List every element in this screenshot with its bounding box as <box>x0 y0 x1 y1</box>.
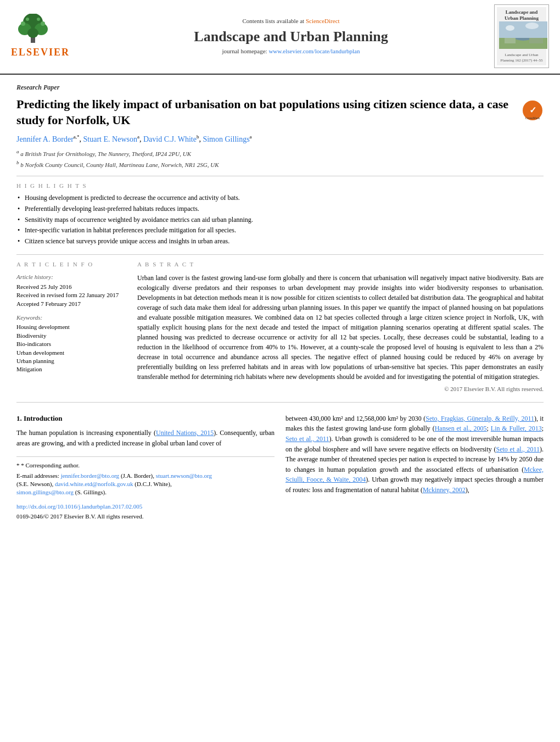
received-date: Received 25 July 2016 <box>16 283 126 291</box>
svg-point-16 <box>525 23 539 29</box>
intro-heading: 1. Introduction <box>16 414 275 423</box>
cite-mckinney[interactable]: Mckinney, 2002 <box>423 486 466 494</box>
journal-header: ELSEVIER Contents lists available at Sci… <box>0 0 560 75</box>
journal-homepage: journal homepage: www.elsevier.com/locat… <box>88 47 494 55</box>
svg-point-4 <box>27 28 38 38</box>
keyword-3: Bio-indicators <box>16 340 126 348</box>
affiliations: a a British Trust for Ornithology, The N… <box>16 148 544 169</box>
homepage-label: journal homepage: <box>222 48 267 54</box>
article-info-abstract-row: A R T I C L E I N F O Article history: R… <box>16 260 544 394</box>
email-white[interactable]: david.white.etd@norfolk.gov.uk <box>55 481 133 487</box>
authors-line: Jennifer A. Bordera,*, Stuart E. Newsona… <box>16 133 544 144</box>
abstract-label: A B S T R A C T <box>137 260 544 269</box>
svg-point-8 <box>37 18 40 21</box>
paper-title-row: Predicting the likely impact of urbanisa… <box>16 97 544 128</box>
journal-title: Landscape and Urban Planning <box>88 28 494 45</box>
main-content: Research Paper Predicting the likely imp… <box>0 75 560 533</box>
svg-text:✓: ✓ <box>529 105 536 115</box>
contents-text: Contents lists available at <box>242 18 304 24</box>
email-border[interactable]: jennifer.border@bto.org <box>61 472 119 479</box>
divider-1 <box>16 176 544 176</box>
cite-lin[interactable]: Lin & Fuller, 2013 <box>491 425 542 432</box>
accepted-date: Accepted 7 February 2017 <box>16 300 126 308</box>
email-newson[interactable]: stuart.newson@bto.org <box>156 472 212 479</box>
logo-box-inner: Landscape andUrban Planning Landscape an… <box>497 7 546 65</box>
keyword-1: Housing development <box>16 323 126 331</box>
doi-line: http://dx.doi.org/10.1016/j.landurbplan.… <box>16 503 275 511</box>
body-right-col: between 430,000 km² and 12,568,000 km² b… <box>285 414 544 523</box>
cite-united-nations[interactable]: United Nations, 2015 <box>156 429 214 437</box>
elsevier-brand-text: ELSEVIER <box>11 46 70 59</box>
email-gillings[interactable]: simon.gillings@bto.org <box>16 489 74 495</box>
affil-b: b b Norfolk County Council, County Hall,… <box>16 159 544 169</box>
divider-2 <box>16 254 544 255</box>
svg-text:CrossMark: CrossMark <box>525 116 540 120</box>
sciencedirect-link[interactable]: ScienceDirect <box>306 18 340 24</box>
email-label: E-mail addresses: <box>16 472 59 479</box>
highlights-label: H I G H L I G H T S <box>16 182 544 190</box>
article-info-col: A R T I C L E I N F O Article history: R… <box>16 260 126 394</box>
highlights-section: H I G H L I G H T S Housing development … <box>16 182 544 246</box>
email-note: E-mail addresses: jennifer.border@bto.or… <box>16 472 275 497</box>
abstract-col: A B S T R A C T Urban land cover is the … <box>137 260 544 394</box>
keywords-list: Housing development Biodiversity Bio-ind… <box>16 323 126 373</box>
article-info-label: A R T I C L E I N F O <box>16 260 126 269</box>
logo-box-subtitle: Landscape and Urban Planning 162 (2017) … <box>499 53 544 64</box>
highlight-item-4: Inter-specific variation in habitat pref… <box>16 226 544 235</box>
svg-rect-14 <box>499 21 547 38</box>
logo-box-image-icon <box>499 21 547 49</box>
author-border[interactable]: Jennifer A. Border <box>16 135 74 143</box>
contents-line: Contents lists available at ScienceDirec… <box>88 17 494 25</box>
keyword-2: Biodiversity <box>16 332 126 340</box>
elsevier-tree-icon <box>11 14 55 44</box>
cite-hansen[interactable]: Hansen et al., 2005 <box>435 425 487 432</box>
highlight-item-5: Citizen science bat surveys provide uniq… <box>16 237 544 246</box>
keyword-4: Urban development <box>16 349 126 357</box>
article-history: Article history: Received 25 July 2016 R… <box>16 273 126 308</box>
author-newson[interactable]: Stuart E. Newson <box>83 135 137 143</box>
cite-seto-2[interactable]: Seto et al., 2011 <box>285 435 329 443</box>
copyright-line: © 2017 Elsevier B.V. All rights reserved… <box>137 385 544 393</box>
homepage-link[interactable]: www.elsevier.com/locate/landurbplan <box>268 48 360 54</box>
author-white[interactable]: David C.J. White <box>143 135 197 143</box>
keywords-label: Keywords: <box>16 314 126 322</box>
journal-logo-box: Landscape andUrban Planning Landscape an… <box>494 4 549 68</box>
highlight-item-1: Housing development is predicted to decr… <box>16 193 544 203</box>
history-label: Article history: <box>16 273 126 281</box>
highlights-list: Housing development is predicted to decr… <box>16 193 544 246</box>
cite-mckee[interactable]: Mckee, Sciulli, Fooce, & Waite, 2004 <box>285 466 544 484</box>
revised-date: Received in revised form 22 January 2017 <box>16 291 126 299</box>
author-gillings[interactable]: Simon Gillings <box>203 135 249 143</box>
issn-line: 0169-2046/© 2017 Elsevier B.V. All right… <box>16 512 275 521</box>
footnotes: * * Corresponding author. E-mail address… <box>16 456 275 521</box>
affil-a: a a British Trust for Ornithology, The N… <box>16 148 544 158</box>
logo-box-title: Landscape andUrban Planning <box>499 9 544 21</box>
highlight-item-2: Preferentially developing least-preferre… <box>16 204 544 214</box>
svg-point-5 <box>21 21 25 26</box>
cite-seto-3[interactable]: Seto et al., 2011 <box>496 445 540 453</box>
body-left-col: 1. Introduction The human population is … <box>16 414 275 523</box>
journal-center: Contents lists available at ScienceDirec… <box>88 17 494 55</box>
keywords-group: Keywords: Housing development Biodiversi… <box>16 314 126 374</box>
svg-point-7 <box>26 18 29 21</box>
svg-point-15 <box>506 25 514 31</box>
body-content: 1. Introduction The human population is … <box>16 414 544 523</box>
intro-right-text: between 430,000 km² and 12,568,000 km² b… <box>285 414 544 495</box>
paper-title: Predicting the likely impact of urbanisa… <box>16 97 513 128</box>
page: ELSEVIER Contents lists available at Sci… <box>0 0 560 534</box>
abstract-text: Urban land cover is the fastest growing … <box>137 273 544 382</box>
divider-3 <box>16 402 544 403</box>
corresponding-note: * * Corresponding author. <box>16 461 275 470</box>
keyword-6: Mitigation <box>16 365 126 373</box>
doi-link[interactable]: http://dx.doi.org/10.1016/j.landurbplan.… <box>16 503 142 510</box>
intro-left-text: The human population is increasing expon… <box>16 428 275 448</box>
keyword-5: Urban planning <box>16 357 126 365</box>
elsevier-logo: ELSEVIER <box>11 14 88 59</box>
highlight-item-3: Sensitivity maps of occurrence weighted … <box>16 215 544 225</box>
cite-seto-2011[interactable]: Seto, Fragkias, Güneralp, & Reilly, 2011 <box>425 415 534 422</box>
crossmark-badge-icon: ✓ CrossMark <box>522 99 544 121</box>
svg-point-6 <box>41 21 45 26</box>
paper-type: Research Paper <box>16 83 544 92</box>
